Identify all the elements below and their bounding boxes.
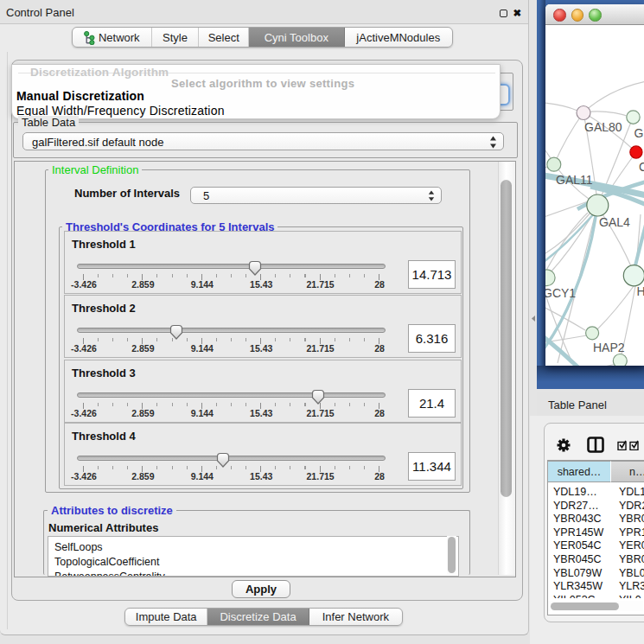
svg-text:C: C bbox=[639, 160, 644, 174]
svg-text:H: H bbox=[637, 284, 644, 298]
svg-text:GAL11: GAL11 bbox=[556, 173, 593, 187]
svg-text:GAL4: GAL4 bbox=[599, 215, 630, 229]
svg-text:HAP2: HAP2 bbox=[593, 341, 625, 354]
svg-text:G.: G. bbox=[634, 126, 644, 140]
svg-text:GAL80: GAL80 bbox=[584, 120, 622, 134]
svg-text:GCY1: GCY1 bbox=[545, 286, 576, 300]
